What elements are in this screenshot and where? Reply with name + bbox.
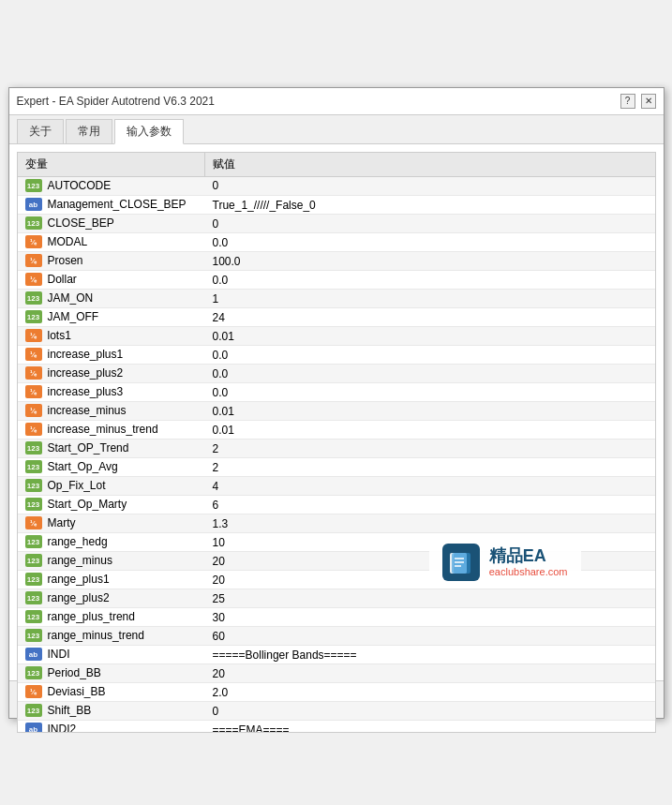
val-cell: ====EMA==== — [205, 721, 655, 733]
table-row[interactable]: 123range_hedg10 — [18, 533, 655, 552]
var-name: Dollar — [48, 273, 77, 286]
table-row[interactable]: ¹⁄ₑDollar0.0 — [18, 271, 655, 290]
var-name: range_hedg — [48, 535, 108, 548]
type-badge: 123 — [25, 479, 42, 492]
var-name: increase_minus — [48, 404, 127, 417]
type-badge: ¹⁄ₑ — [25, 235, 42, 248]
var-name: range_minus — [48, 554, 112, 567]
type-badge: 123 — [25, 441, 42, 455]
tab-content: 变量 赋值 123AUTOCODE0abManagement_CLOSE_BEP… — [9, 144, 664, 680]
var-name: increase_minus_trend — [48, 423, 158, 436]
table-row[interactable]: ¹⁄ₑMODAL0.0 — [18, 233, 655, 252]
val-cell: 0.0 — [205, 346, 655, 365]
type-badge: 123 — [25, 629, 42, 642]
table-row[interactable]: abINDI2====EMA==== — [18, 721, 655, 733]
var-cell: 123range_minus — [18, 552, 205, 571]
table-row[interactable]: ¹⁄ₑProsen100.0 — [18, 252, 655, 271]
val-cell: 20 — [205, 571, 655, 589]
var-cell: ¹⁄ₑincrease_minus — [18, 402, 205, 421]
table-row[interactable]: ¹⁄ₑMarty1.3 — [18, 514, 655, 533]
val-cell: 2.0 — [205, 683, 655, 702]
table-row[interactable]: 123JAM_OFF24 — [18, 308, 655, 327]
var-name: INDI2 — [48, 723, 77, 733]
table-row[interactable]: ¹⁄ₑDeviasi_BB2.0 — [18, 683, 655, 702]
type-badge: ¹⁄ₑ — [25, 404, 42, 417]
val-cell: 1.3 — [205, 514, 655, 533]
var-cell: ¹⁄ₑDeviasi_BB — [18, 683, 205, 702]
type-badge: ¹⁄ₑ — [25, 423, 42, 436]
var-name: Op_Fix_Lot — [48, 479, 106, 492]
main-window: Expert - EA Spider Autotrend V6.3 2021 ?… — [8, 87, 665, 719]
close-button[interactable]: ✕ — [641, 94, 656, 109]
table-row[interactable]: ¹⁄ₑincrease_minus_trend0.01 — [18, 421, 655, 440]
title-bar: Expert - EA Spider Autotrend V6.3 2021 ?… — [9, 88, 664, 115]
table-row[interactable]: ¹⁄ₑincrease_plus10.0 — [18, 346, 655, 365]
type-badge: ¹⁄ₑ — [25, 348, 42, 361]
var-name: AUTOCODE — [48, 179, 112, 192]
table-row[interactable]: ¹⁄ₑincrease_plus30.0 — [18, 383, 655, 402]
table-row[interactable]: 123Op_Fix_Lot4 — [18, 477, 655, 496]
var-name: CLOSE_BEP — [48, 216, 114, 230]
table-row[interactable]: ¹⁄ₑincrease_minus0.01 — [18, 402, 655, 421]
table-row[interactable]: 123Period_BB20 — [18, 664, 655, 683]
table-row[interactable]: abINDI=====Bollinger Bands===== — [18, 646, 655, 664]
var-name: increase_plus2 — [48, 366, 124, 380]
type-badge: ¹⁄ₑ — [25, 329, 42, 342]
table-row[interactable]: ¹⁄ₑincrease_plus20.0 — [18, 365, 655, 383]
type-badge: 123 — [25, 554, 42, 567]
table-row[interactable]: 123Start_Op_Marty6 — [18, 496, 655, 514]
var-name: Management_CLOSE_BEP — [48, 198, 187, 211]
params-table-container[interactable]: 变量 赋值 123AUTOCODE0abManagement_CLOSE_BEP… — [17, 152, 656, 733]
val-cell: 4 — [205, 477, 655, 496]
table-row[interactable]: 123range_plus_trend30 — [18, 608, 655, 627]
table-row[interactable]: abManagement_CLOSE_BEPTrue_1_/////_False… — [18, 196, 655, 215]
val-cell: 20 — [205, 552, 655, 571]
var-name: INDI — [48, 648, 70, 661]
type-badge: ab — [25, 723, 42, 733]
val-cell: 0.0 — [205, 233, 655, 252]
var-cell: 123Op_Fix_Lot — [18, 477, 205, 496]
table-row[interactable]: ¹⁄ₑlots10.01 — [18, 327, 655, 346]
table-row[interactable]: 123Start_Op_Avg2 — [18, 458, 655, 477]
type-badge: 123 — [25, 610, 42, 623]
var-name: Period_BB — [48, 666, 101, 679]
var-name: JAM_ON — [48, 291, 94, 305]
var-cell: ¹⁄ₑlots1 — [18, 327, 205, 346]
var-cell: 123AUTOCODE — [18, 177, 205, 196]
type-badge: 123 — [25, 704, 42, 717]
type-badge: 123 — [25, 498, 42, 511]
var-cell: ¹⁄ₑProsen — [18, 252, 205, 271]
type-badge: ab — [25, 198, 42, 211]
table-row[interactable]: 123range_minus20 — [18, 552, 655, 571]
val-cell: 0.01 — [205, 327, 655, 346]
var-cell: abManagement_CLOSE_BEP — [18, 196, 205, 215]
var-cell: ¹⁄ₑMODAL — [18, 233, 205, 252]
var-cell: 123range_plus1 — [18, 571, 205, 589]
var-cell: ¹⁄ₑincrease_plus3 — [18, 383, 205, 402]
var-name: Start_OP_Trend — [48, 441, 129, 455]
table-row[interactable]: 123JAM_ON1 — [18, 290, 655, 308]
table-row[interactable]: 123CLOSE_BEP0 — [18, 215, 655, 233]
type-badge: ¹⁄ₑ — [25, 516, 42, 529]
val-cell: 24 — [205, 308, 655, 327]
tab-common[interactable]: 常用 — [66, 119, 112, 143]
table-row[interactable]: 123range_minus_trend60 — [18, 627, 655, 646]
tab-about[interactable]: 关于 — [17, 119, 64, 143]
val-cell: 0.0 — [205, 365, 655, 383]
help-button[interactable]: ? — [620, 94, 635, 109]
var-cell: 123Start_Op_Avg — [18, 458, 205, 477]
var-name: increase_plus1 — [48, 348, 124, 361]
table-row[interactable]: 123Shift_BB0 — [18, 702, 655, 721]
table-row[interactable]: 123range_plus120 — [18, 571, 655, 589]
var-cell: 123range_plus2 — [18, 589, 205, 608]
table-row[interactable]: 123range_plus225 — [18, 589, 655, 608]
var-cell: 123range_minus_trend — [18, 627, 205, 646]
type-badge: 123 — [25, 310, 42, 323]
table-row[interactable]: 123Start_OP_Trend2 — [18, 440, 655, 458]
var-cell: ¹⁄ₑincrease_plus2 — [18, 365, 205, 383]
table-row[interactable]: 123AUTOCODE0 — [18, 176, 655, 196]
var-name: Marty — [48, 516, 76, 529]
val-cell: 100.0 — [205, 252, 655, 271]
var-cell: 123CLOSE_BEP — [18, 215, 205, 233]
tab-input-params[interactable]: 输入参数 — [114, 119, 184, 144]
